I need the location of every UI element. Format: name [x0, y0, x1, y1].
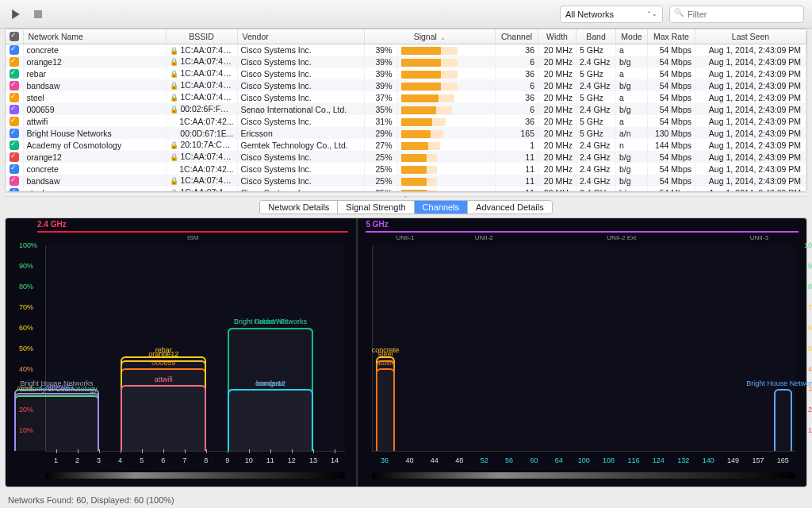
- cell-vendor: Senao International Co., Ltd.: [237, 103, 364, 115]
- network-shape[interactable]: [121, 385, 206, 451]
- network-shape[interactable]: [228, 389, 313, 451]
- row-checkbox[interactable]: [10, 164, 19, 174]
- cell-bssid: 00:0D:67:1E...: [166, 127, 237, 139]
- table-row[interactable]: steel🔒 1C:AA:07:42...Cisco Systems Inc.3…: [6, 91, 806, 103]
- band-label-5: 5 GHz: [366, 220, 388, 229]
- tab-channels[interactable]: Channels: [415, 201, 468, 214]
- table-row[interactable]: bandsaw🔒 1C:AA:07:42...Cisco Systems Inc…: [6, 79, 806, 91]
- cell-channel: 6: [496, 56, 538, 67]
- tab-signal-strength[interactable]: Signal Strength: [338, 201, 414, 214]
- tab-advanced-details[interactable]: Advanced Details: [468, 201, 552, 214]
- x-tick: 14: [324, 456, 345, 464]
- row-checkbox[interactable]: [10, 176, 19, 186]
- col-mode[interactable]: Mode: [616, 29, 648, 44]
- panel-2-4ghz: 2.4 GHz ISM 100%90%80%70%60%50%40%30%20%…: [6, 218, 358, 487]
- col-bssid[interactable]: BSSID: [166, 29, 237, 44]
- col-channel[interactable]: Channel: [496, 29, 538, 44]
- cell-channel: 11: [496, 163, 538, 175]
- table-row[interactable]: attwifi1C:AA:07:42...Cisco Systems Inc.3…: [6, 115, 806, 127]
- cell-vendor: Cisco Systems Inc.: [237, 163, 364, 175]
- col-vendor[interactable]: Vendor: [237, 29, 364, 44]
- cell-width: 20 MHz: [538, 115, 576, 127]
- table-row[interactable]: Academy of Cosmotology🔒 20:10:7A:CC...Ge…: [6, 139, 806, 151]
- table-row[interactable]: Bright House Networks00:0D:67:1E...Erics…: [6, 127, 806, 139]
- cell-band: 5 GHz: [576, 127, 616, 139]
- cell-lastseen: Aug 1, 2014, 2:43:09 PM: [695, 163, 806, 175]
- cell-rate: 54 Mbps: [648, 175, 695, 187]
- col-width[interactable]: Width: [538, 29, 576, 44]
- network-shape[interactable]: [376, 368, 394, 451]
- cell-band: 2.4 GHz: [576, 187, 616, 192]
- network-label: attwifi: [155, 375, 173, 383]
- x-tick: 157: [745, 456, 770, 464]
- view-tabs: Network DetailsSignal StrengthChannelsAd…: [0, 200, 812, 214]
- x-tick: 5: [131, 456, 152, 464]
- tab-network-details[interactable]: Network Details: [260, 201, 338, 214]
- row-checkbox[interactable]: [10, 140, 19, 150]
- cell-name: concrete: [23, 44, 166, 56]
- x-tick: 100: [572, 456, 596, 464]
- cell-name: Bright House Networks: [23, 127, 166, 139]
- cell-vendor: Gemtek Technology Co., Ltd.: [237, 139, 364, 151]
- table-row[interactable]: concrete1C:AA:07:42...Cisco Systems Inc.…: [6, 163, 806, 175]
- cell-rate: 144 Mbps: [648, 139, 695, 151]
- row-checkbox[interactable]: [10, 57, 19, 67]
- cell-signal-bar: [397, 139, 496, 151]
- table-row[interactable]: bandsaw🔒 1C:AA:07:42...Cisco Systems Inc…: [6, 175, 806, 187]
- table-row[interactable]: 000659🔒 00:02:6F:FA:...Senao Internation…: [6, 103, 806, 115]
- table-row[interactable]: steel🔒 1C:AA:07:42...Cisco Systems Inc.2…: [6, 187, 806, 192]
- row-checkbox[interactable]: [10, 129, 19, 138]
- x-tick: 60: [522, 456, 546, 464]
- y-tick: 40%: [19, 365, 33, 373]
- lock-icon: 🔒: [170, 71, 178, 79]
- table-row[interactable]: concrete🔒 1C:AA:07:42...Cisco Systems In…: [6, 44, 806, 56]
- cell-vendor: Cisco Systems Inc.: [237, 44, 364, 56]
- channel-chart: 2.4 GHz ISM 100%90%80%70%60%50%40%30%20%…: [5, 217, 807, 487]
- col-band[interactable]: Band: [576, 29, 616, 44]
- x-tick: 11: [259, 456, 281, 464]
- network-shape[interactable]: [774, 389, 792, 451]
- network-filter-select[interactable]: All Networks: [560, 6, 663, 23]
- row-checkbox[interactable]: [10, 93, 19, 102]
- col-check[interactable]: [6, 29, 23, 44]
- cell-rate: 54 Mbps: [648, 91, 695, 103]
- cell-band: 2.4 GHz: [576, 139, 616, 151]
- row-checkbox[interactable]: [10, 152, 19, 162]
- cell-vendor: Cisco Systems Inc.: [237, 115, 364, 127]
- play-button[interactable]: [8, 6, 24, 22]
- cell-vendor: Cisco Systems Inc.: [237, 56, 364, 67]
- cell-signal-pct: 39%: [364, 67, 397, 79]
- table-row[interactable]: orange12🔒 1C:AA:07:42...Cisco Systems In…: [6, 151, 806, 163]
- y-tick: 20%: [808, 406, 812, 414]
- x-tick: 44: [422, 456, 446, 464]
- row-checkbox[interactable]: [10, 45, 19, 55]
- row-checkbox[interactable]: [10, 117, 19, 126]
- table-row[interactable]: rebar🔒 1C:AA:07:42...Cisco Systems Inc.3…: [6, 67, 806, 79]
- stop-button[interactable]: [30, 6, 46, 22]
- row-checkbox[interactable]: [10, 81, 19, 90]
- network-shape[interactable]: [14, 393, 100, 451]
- table-row[interactable]: orange12🔒 1C:AA:07:42...Cisco Systems In…: [6, 56, 806, 67]
- cell-vendor: Cisco Systems Inc.: [237, 91, 364, 103]
- cell-signal-pct: 35%: [364, 103, 397, 115]
- cell-width: 20 MHz: [538, 187, 576, 192]
- col-lastseen[interactable]: Last Seen: [695, 29, 806, 44]
- cell-band: 2.4 GHz: [576, 151, 616, 163]
- split-gripper[interactable]: •: [5, 192, 807, 197]
- y-tick: 100%: [804, 241, 812, 249]
- x-tick: 56: [496, 456, 521, 464]
- col-network-name[interactable]: Network Name: [23, 29, 166, 44]
- cell-rate: 54 Mbps: [648, 67, 695, 79]
- cell-signal-bar: [397, 151, 496, 163]
- cell-width: 20 MHz: [538, 67, 576, 79]
- cell-rate: 54 Mbps: [648, 187, 695, 192]
- status-text: Networks Found: 60, Displayed: 60 (100%): [8, 495, 174, 505]
- y-tick: 90%: [808, 262, 812, 270]
- x-tick: 10: [238, 456, 259, 464]
- cell-width: 20 MHz: [538, 127, 576, 139]
- row-checkbox[interactable]: [10, 69, 19, 79]
- row-checkbox[interactable]: [10, 105, 19, 114]
- col-signal[interactable]: Signal⌄: [364, 29, 496, 44]
- filter-input[interactable]: [669, 6, 804, 23]
- col-maxrate[interactable]: Max Rate: [648, 29, 695, 44]
